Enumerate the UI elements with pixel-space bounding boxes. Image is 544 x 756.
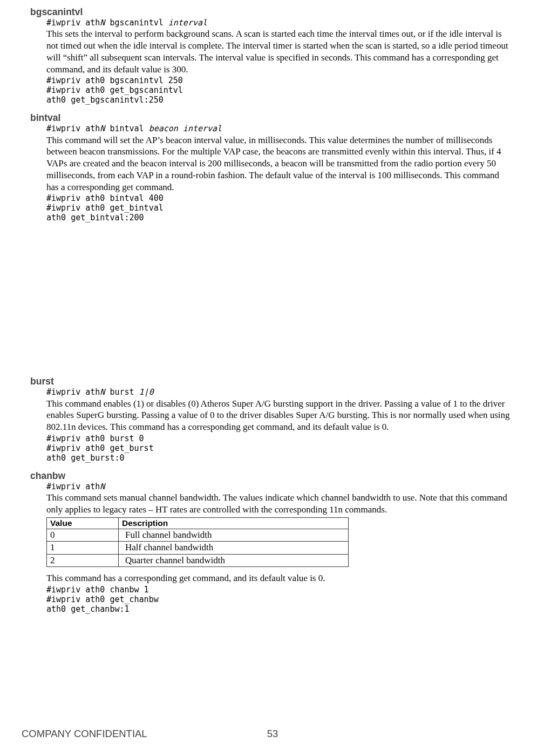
syntax-text: #iwpriv ath: [46, 124, 100, 133]
cell-value: 2: [47, 554, 119, 566]
spacer: [31, 230, 513, 376]
syntax-line: #iwpriv athN burst 1|0: [46, 387, 513, 397]
section-body: #iwpriv athN bintval beacon interval Thi…: [46, 124, 513, 222]
col-value-header: Value: [47, 517, 119, 529]
syntax-line: #iwpriv athN bgscanintvl interval: [46, 18, 513, 28]
table-header-row: Value Description: [47, 517, 349, 529]
footer-label: COMPANY CONFIDENTIAL: [22, 728, 147, 739]
cell-value: 1: [47, 542, 119, 554]
section-body: #iwpriv athN burst 1|0 This command enab…: [46, 387, 513, 463]
value-description-table: Value Description 0 Full channel bandwid…: [46, 517, 349, 567]
cell-desc: Quarter channel bandwidth: [119, 554, 349, 566]
syntax-text: #iwpriv ath: [46, 18, 100, 28]
heading-bgscanintvl: bgscanintvl: [30, 6, 513, 18]
section-chanbw: chanbw #iwpriv athN This command sets ma…: [31, 470, 513, 614]
table-row: 0 Full channel bandwidth: [47, 529, 349, 542]
example-code: #iwpriv ath0 chanbw 1 #iwpriv ath0 get_c…: [46, 585, 513, 614]
example-code: #iwpriv ath0 bgscanintvl 250 #iwpriv ath…: [46, 76, 513, 105]
section-bintval: bintval #iwpriv athN bintval beacon inte…: [31, 112, 513, 222]
table-row: 2 Quarter channel bandwidth: [47, 554, 349, 566]
section-burst: burst #iwpriv athN burst 1|0 This comman…: [31, 376, 513, 463]
table-row: 1 Half channel bandwidth: [47, 542, 349, 554]
syntax-text: burst: [105, 387, 139, 397]
section-bgscanintvl: bgscanintvl #iwpriv athN bgscanintvl int…: [31, 6, 513, 105]
syntax-line: #iwpriv athN: [46, 482, 513, 491]
syntax-arg: interval: [168, 18, 207, 28]
section-body: #iwpriv athN bgscanintvl interval This s…: [46, 18, 513, 105]
heading-bintval: bintval: [30, 112, 513, 124]
syntax-arg: 1|0: [139, 387, 154, 397]
syntax-n: N: [100, 482, 105, 491]
cell-desc: Full channel bandwidth: [119, 529, 349, 542]
description-text: This command will set the AP’s beacon in…: [46, 134, 513, 193]
syntax-text: bgscanintvl: [105, 18, 168, 28]
col-desc-header: Description: [119, 517, 349, 529]
page-footer: COMPANY CONFIDENTIAL 53: [22, 728, 523, 740]
description-text: This sets the interval to perform backgr…: [46, 28, 513, 75]
page-content: bgscanintvl #iwpriv athN bgscanintvl int…: [0, 0, 544, 614]
heading-burst: burst: [30, 376, 513, 387]
description-text: This command sets manual channel bandwid…: [46, 492, 513, 516]
cell-value: 0: [47, 529, 119, 542]
page-number: 53: [267, 728, 278, 740]
description-text: This command enables (1) or disables (0)…: [46, 398, 513, 433]
syntax-text: #iwpriv ath: [46, 482, 100, 491]
example-code: #iwpriv ath0 bintval 400 #iwpriv ath0 ge…: [46, 193, 513, 222]
cell-desc: Half channel bandwidth: [119, 542, 349, 554]
syntax-text: bintval: [105, 124, 148, 133]
syntax-arg: beacon interval: [149, 124, 222, 133]
description-text-2: This command has a corresponding get com…: [46, 572, 513, 584]
syntax-text: #iwpriv ath: [46, 387, 100, 397]
example-code: #iwpriv ath0 burst 0 #iwpriv ath0 get_bu…: [46, 434, 513, 463]
section-body: #iwpriv athN This command sets manual ch…: [46, 482, 513, 614]
heading-chanbw: chanbw: [30, 470, 513, 482]
syntax-line: #iwpriv athN bintval beacon interval: [46, 124, 513, 133]
